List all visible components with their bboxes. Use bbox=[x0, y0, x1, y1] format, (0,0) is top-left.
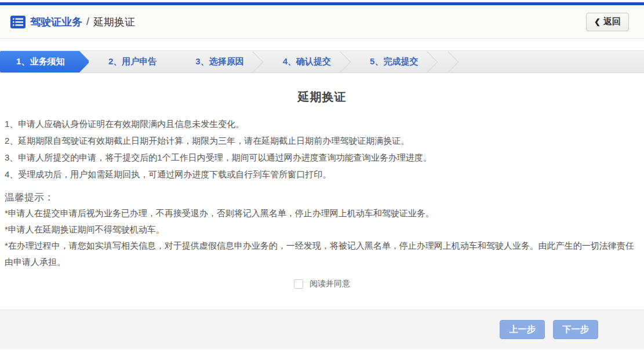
tip-item-3: *在办理过程中，请您如实填写相关信息，对于提供虚假信息申办业务的，一经发现，将被… bbox=[5, 238, 639, 270]
notice-item-1: 1、申请人应确认身份证明在有效期限满内且信息未发生变化。 bbox=[5, 115, 639, 132]
step-4-confirm-submit[interactable]: 4、确认提交 bbox=[263, 51, 350, 72]
step-separator-chevron bbox=[438, 51, 459, 72]
agree-label: 阅读并同意 bbox=[310, 279, 350, 289]
breadcrumb-section[interactable]: 驾驶证业务 bbox=[30, 15, 82, 29]
agree-control[interactable]: 阅读并同意 bbox=[294, 279, 350, 289]
step-label: 5、完成提交 bbox=[370, 56, 418, 67]
tip-item-2: *申请人在延期换证期间不得驾驶机动车。 bbox=[5, 221, 639, 238]
step-trailing-area bbox=[438, 51, 644, 72]
tips-list: *申请人在提交申请后视为业务已办理，不再接受退办，否则将记入黑名单，停止办理网上… bbox=[0, 205, 644, 270]
breadcrumb-current: 延期换证 bbox=[93, 15, 135, 29]
step-separator-chevron bbox=[417, 51, 438, 72]
header: 驾驶证业务 / 延期换证 ❮ 返回 bbox=[0, 5, 644, 39]
footer-bar: 上一步 下一步 bbox=[0, 310, 644, 349]
step-1-business-notice[interactable]: 1、业务须知 bbox=[0, 50, 89, 73]
agree-checkbox[interactable] bbox=[294, 279, 303, 289]
step-label: 1、业务须知 bbox=[16, 56, 64, 67]
step-label: 2、用户申告 bbox=[108, 56, 157, 67]
wizard-gap bbox=[0, 39, 644, 50]
step-label: 3、选择原因 bbox=[195, 56, 243, 67]
tips-heading: 温馨提示： bbox=[0, 190, 644, 205]
back-button[interactable]: ❮ 返回 bbox=[586, 13, 629, 31]
step-separator-chevron bbox=[242, 51, 264, 72]
previous-step-button[interactable]: 上一步 bbox=[500, 320, 545, 339]
step-3-select-reason[interactable]: 3、选择原因 bbox=[176, 51, 263, 72]
back-button-label: 返回 bbox=[603, 16, 621, 27]
notice-item-3: 3、申请人所提交的申请，将于提交后的1个工作日内受理，期间可以通过网办进度查询功… bbox=[5, 149, 639, 166]
tip-item-1: *申请人在提交申请后视为业务已办理，不再接受退办，否则将记入黑名单，停止办理网上… bbox=[5, 205, 639, 221]
agree-row: 阅读并同意 bbox=[0, 279, 644, 291]
page-title: 延期换证 bbox=[0, 89, 644, 105]
breadcrumb-separator: / bbox=[86, 16, 89, 28]
notice-item-2: 2、延期期限自驾驶证有效期截止日期开始计算，期限为三年，请在延期截止日期前办理驾… bbox=[5, 132, 639, 149]
step-2-user-declaration[interactable]: 2、用户申告 bbox=[89, 51, 176, 72]
step-5-complete-submit[interactable]: 5、完成提交 bbox=[351, 51, 438, 72]
step-label: 4、确认提交 bbox=[283, 56, 331, 67]
list-icon bbox=[10, 16, 26, 28]
next-step-button[interactable]: 下一步 bbox=[553, 320, 598, 339]
notice-item-4: 4、受理成功后，用户如需延期回执，可通过网办进度下载或自行到车管所窗口打印。 bbox=[5, 166, 639, 183]
step-wizard: 1、业务须知 2、用户申告 3、选择原因 4、确认提交 5、完成提交 bbox=[0, 50, 644, 73]
notice-list: 1、申请人应确认身份证明在有效期限满内且信息未发生变化。 2、延期期限自驾驶证有… bbox=[0, 115, 644, 183]
step-separator-chevron bbox=[329, 51, 351, 72]
chevron-left-icon: ❮ bbox=[594, 17, 601, 26]
